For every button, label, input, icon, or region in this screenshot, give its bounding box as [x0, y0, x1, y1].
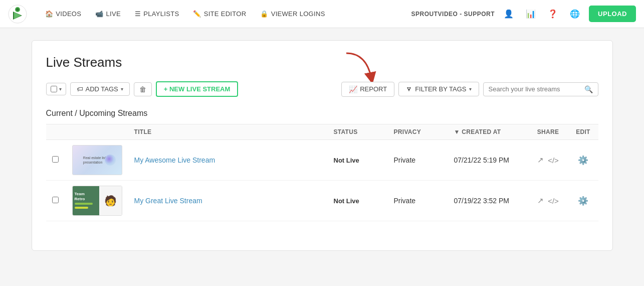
toolbar: ▾ 🏷 ADD TAGS ▾ 🗑 + NEW LIVE STREAM — [46, 81, 598, 97]
report-chart-icon: 📈 — [349, 85, 357, 93]
stream-thumbnail[interactable]: TeamRetro 🧑 — [72, 186, 122, 216]
nav-videos[interactable]: 🏠 VIDEOS — [39, 6, 87, 22]
upload-button[interactable]: UPLOAD — [589, 6, 636, 22]
stream-2-link[interactable]: My Great Live Stream — [134, 197, 202, 205]
col-thumb-header — [66, 124, 128, 140]
globe-icon[interactable]: 🌐 — [567, 6, 583, 22]
nav-site-editor[interactable]: ✏️ SITE EDITOR — [187, 6, 252, 22]
row-2-privacy-cell: Private — [388, 181, 448, 221]
page-title: Live Streams — [46, 55, 598, 70]
row-checkbox-cell — [46, 140, 66, 181]
report-button[interactable]: 📈 REPORT — [341, 82, 394, 97]
report-button-container: 📈 REPORT — [341, 82, 394, 97]
share-link-icon[interactable]: ↗ — [537, 196, 544, 205]
pencil-icon: ✏️ — [193, 10, 201, 18]
trash-icon: 🗑 — [139, 85, 146, 93]
section-title: Current / Upcoming Streams — [46, 109, 598, 118]
row-1-thumbnail-cell: Real estate listingpresentation — [66, 140, 128, 181]
thumbnail-circle — [105, 155, 116, 166]
row-2-checkbox[interactable] — [52, 197, 59, 203]
row-1-checkbox[interactable] — [52, 156, 59, 163]
col-edit-header: EDIT — [568, 124, 598, 140]
thumbnail-left: TeamRetro — [73, 186, 100, 215]
search-input[interactable] — [489, 85, 581, 93]
thumbnail-bar1 — [75, 203, 93, 205]
row-1-title-cell: My Awesome Live Stream — [128, 140, 328, 181]
row-2-thumbnail-cell: TeamRetro 🧑 — [66, 181, 128, 221]
nav-viewer-logins[interactable]: 🔒 VIEWER LOGINS — [254, 6, 331, 22]
row-2-title-cell: My Great Live Stream — [128, 181, 328, 221]
add-tags-button[interactable]: 🏷 ADD TAGS ▾ — [70, 82, 130, 96]
col-privacy-header: PRIVACY — [388, 124, 448, 140]
thumbnail-figure: 🧑 — [104, 195, 117, 207]
analytics-icon[interactable]: 📊 — [523, 6, 539, 22]
status-badge: Not Live — [334, 197, 359, 205]
search-icon: 🔍 — [584, 85, 593, 93]
dropdown-caret-icon: ▾ — [59, 86, 62, 92]
col-check-header — [46, 124, 66, 140]
delete-button[interactable]: 🗑 — [134, 82, 152, 96]
live-icon: 📹 — [95, 10, 103, 18]
navbar-right: SPROUTVIDEO - SUPPORT 👤 📊 ❓ 🌐 UPLOAD — [411, 6, 636, 22]
user-avatar-button[interactable]: 👤 — [501, 6, 517, 22]
stream-thumbnail[interactable]: Real estate listingpresentation — [72, 145, 122, 175]
embed-code-icon[interactable]: </> — [548, 156, 559, 165]
help-icon[interactable]: ❓ — [545, 6, 561, 22]
row-2-status-cell: Not Live — [328, 181, 388, 221]
navbar: 🏠 VIDEOS 📹 LIVE ☰ PLAYLISTS ✏️ SITE EDIT… — [0, 0, 644, 28]
row-1-edit-cell: ⚙️ — [568, 140, 598, 181]
row-2-edit-cell: ⚙️ — [568, 181, 598, 221]
row-1-privacy-cell: Private — [388, 140, 448, 181]
svg-point-2 — [16, 8, 19, 11]
streams-table: TITLE STATUS PRIVACY ▼ CREATED AT SHARE … — [46, 124, 598, 221]
thumbnail-right: 🧑 — [99, 186, 121, 215]
row-1-created-cell: 07/21/22 5:19 PM — [448, 140, 528, 181]
filter-icon: ⛛ — [406, 85, 412, 93]
table-row: Real estate listingpresentation My Aweso… — [46, 140, 598, 181]
select-all-dropdown[interactable]: ▾ — [46, 83, 66, 95]
stream-1-link[interactable]: My Awesome Live Stream — [134, 156, 216, 164]
select-all-checkbox[interactable] — [51, 86, 57, 92]
row-1-share-cell: ↗ </> — [528, 140, 568, 181]
playlists-icon: ☰ — [135, 10, 141, 18]
content-card: Live Streams ▾ 🏷 ADD TAGS ▾ 🗑 + NEW LIVE… — [32, 40, 613, 251]
table-row: TeamRetro 🧑 My Great Live Stream — [46, 181, 598, 221]
thumbnail-bar2 — [75, 207, 89, 209]
table-header-row: TITLE STATUS PRIVACY ▼ CREATED AT SHARE … — [46, 124, 598, 140]
nav-items: 🏠 VIDEOS 📹 LIVE ☰ PLAYLISTS ✏️ SITE EDIT… — [39, 6, 411, 22]
row-1-status-cell: Not Live — [328, 140, 388, 181]
nav-live[interactable]: 📹 LIVE — [89, 6, 127, 22]
thumbnail-title: TeamRetro — [75, 192, 98, 201]
stream-2-settings-button[interactable]: ⚙️ — [574, 196, 592, 206]
col-status-header: STATUS — [328, 124, 388, 140]
share-icons: ↗ </> — [534, 156, 562, 165]
user-label: SPROUTVIDEO - SUPPORT — [411, 11, 495, 18]
new-live-stream-button[interactable]: + NEW LIVE STREAM — [156, 81, 239, 97]
tag-icon: 🏷 — [77, 85, 83, 93]
row-2-share-cell: ↗ </> — [528, 181, 568, 221]
filter-caret-icon: ▾ — [469, 86, 472, 92]
logo[interactable] — [8, 5, 27, 24]
page-content: Live Streams ▾ 🏷 ADD TAGS ▾ 🗑 + NEW LIVE… — [12, 28, 633, 271]
embed-code-icon[interactable]: </> — [548, 197, 559, 205]
nav-playlists[interactable]: ☰ PLAYLISTS — [129, 6, 185, 22]
home-icon: 🏠 — [45, 10, 53, 18]
tags-caret-icon: ▾ — [121, 86, 123, 92]
share-link-icon[interactable]: ↗ — [537, 156, 544, 165]
filter-by-tags-button[interactable]: ⛛ FILTER BY TAGS ▾ — [398, 82, 479, 96]
status-badge: Not Live — [334, 157, 359, 164]
search-box[interactable]: 🔍 — [483, 82, 598, 96]
share-icons: ↗ </> — [534, 196, 562, 205]
lock-icon: 🔒 — [260, 10, 268, 18]
stream-1-settings-button[interactable]: ⚙️ — [574, 155, 592, 166]
row-2-checkbox-cell — [46, 181, 66, 221]
col-title-header: TITLE — [128, 124, 328, 140]
row-2-created-cell: 07/19/22 3:52 PM — [448, 181, 528, 221]
col-share-header: SHARE — [528, 124, 568, 140]
col-created-header[interactable]: ▼ CREATED AT — [448, 124, 528, 140]
